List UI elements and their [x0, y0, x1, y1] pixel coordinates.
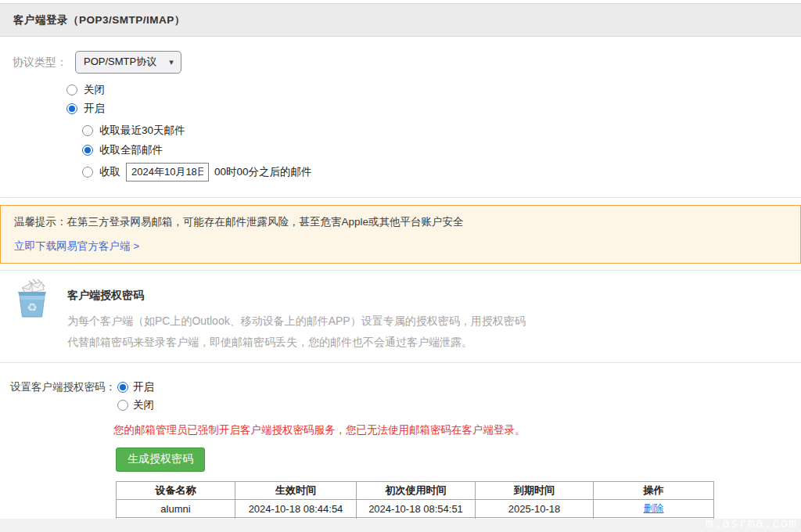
cell-effective-time: 2024-10-18 08:44:54	[235, 500, 357, 518]
radio-auth-on-label: 开启	[133, 380, 154, 394]
bottom-strip	[0, 519, 801, 532]
radio-close-label: 关闭	[84, 83, 105, 97]
radio-row-recent30[interactable]: 收取最近30天邮件	[82, 124, 801, 138]
radio-all-mail-label: 收取全部邮件	[99, 143, 163, 157]
radio-auth-off-label: 关闭	[133, 398, 154, 412]
protocol-type-label: 协议类型：	[13, 56, 67, 70]
radio-row-all-mail[interactable]: 收取全部邮件	[82, 143, 801, 157]
protocol-section: 协议类型： POP/SMTP协议 ▾ 关闭 开启 收取最近30天邮件 收取全部邮…	[0, 37, 801, 182]
auth-settings-section: 设置客户端授权密码： 开启 关闭 您的邮箱管理员已强制开启客户端授权密码服务，您…	[0, 363, 801, 532]
delete-link[interactable]: 删除	[644, 502, 664, 514]
watermark-text: m.asrma.com	[706, 516, 797, 530]
cell-expire-time: 2025-10-18	[476, 500, 594, 518]
divider	[0, 197, 801, 198]
notice-text: 温馨提示：在第三方登录网易邮箱，可能存在邮件泄露风险，甚至危害Apple或其他平…	[14, 215, 787, 229]
recycle-bin-with-mails-icon: ♻	[13, 279, 51, 318]
radio-since-date-prefix: 收取	[99, 165, 120, 179]
radio-auth-on[interactable]	[117, 382, 128, 393]
radio-row-auth-off[interactable]: 关闭	[117, 398, 154, 412]
col-effective-time: 生效时间	[235, 482, 357, 500]
notice-box: 温馨提示：在第三方登录网易邮箱，可能存在邮件泄露风险，甚至危害Apple或其他平…	[0, 205, 801, 264]
protocol-select[interactable]: POP/SMTP协议 ▾	[75, 51, 181, 74]
table-row: alumni 2024-10-18 08:44:54 2024-10-18 08…	[117, 500, 714, 518]
since-date-input[interactable]	[126, 163, 209, 182]
cell-first-used-time: 2024-10-18 08:54:51	[357, 500, 476, 518]
table-header-row: 设备名称 生效时间 初次使用时间 到期时间 操作	[117, 482, 714, 500]
radio-recent30-label: 收取最近30天邮件	[99, 124, 185, 138]
radio-row-open[interactable]: 开启	[66, 102, 801, 116]
download-client-link[interactable]: 立即下载网易官方客户端 >	[14, 239, 139, 253]
radio-row-auth-on[interactable]: 开启	[117, 380, 154, 394]
auth-password-card: ♻ 客户端授权密码 为每个客户端（如PC上的Outlook、移动设备上的邮件AP…	[0, 271, 801, 362]
svg-text:♻: ♻	[27, 300, 37, 314]
generate-password-button[interactable]: 生成授权密码	[116, 448, 205, 472]
col-device-name: 设备名称	[117, 482, 235, 500]
radio-since-date[interactable]	[82, 167, 93, 178]
radio-all-mail[interactable]	[82, 145, 93, 156]
protocol-select-value: POP/SMTP协议	[84, 55, 156, 69]
auth-settings-label: 设置客户端授权密码：	[10, 380, 117, 412]
page-title: 客户端登录（POP3/SMTP/IMAP）	[13, 13, 185, 27]
auth-card-description: 为每个客户端（如PC上的Outlook、移动设备上的邮件APP）设置专属的授权密…	[67, 311, 530, 353]
col-expire-time: 到期时间	[476, 482, 594, 500]
col-first-used-time: 初次使用时间	[357, 482, 476, 500]
radio-row-since-date[interactable]: 收取 00时00分之后的邮件	[82, 163, 801, 182]
radio-auth-off[interactable]	[117, 400, 128, 411]
admin-forced-warning: 您的邮箱管理员已强制开启客户端授权密码服务，您已无法使用邮箱密码在客户端登录。	[113, 423, 801, 437]
chevron-down-icon: ▾	[169, 58, 174, 66]
radio-since-date-suffix: 00时00分之后的邮件	[214, 165, 312, 179]
radio-recent30[interactable]	[82, 125, 93, 136]
col-actions: 操作	[594, 482, 714, 500]
radio-open[interactable]	[66, 103, 77, 114]
section-header: 客户端登录（POP3/SMTP/IMAP）	[0, 3, 801, 37]
cell-device-name: alumni	[117, 500, 235, 518]
radio-open-label: 开启	[84, 102, 105, 116]
radio-close[interactable]	[66, 84, 77, 95]
auth-card-title: 客户端授权密码	[67, 289, 530, 303]
radio-row-close[interactable]: 关闭	[66, 83, 801, 97]
